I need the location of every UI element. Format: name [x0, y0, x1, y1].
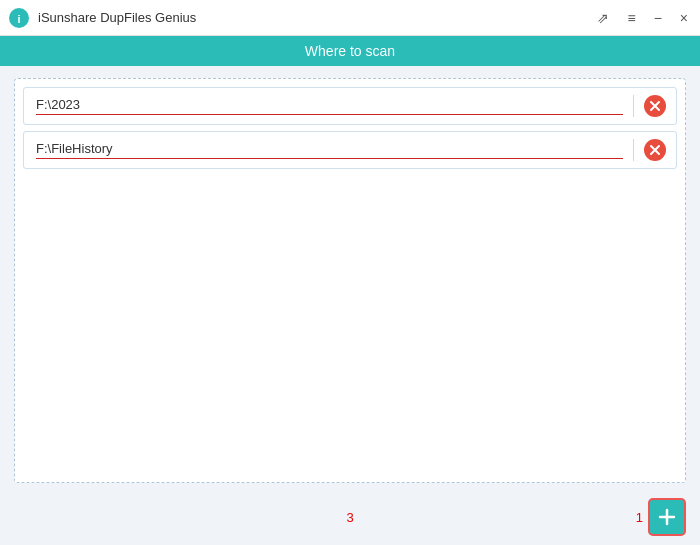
add-folder-button[interactable]: [648, 498, 686, 536]
main-content: F:\2023 2 F:\FileHistory: [0, 66, 700, 493]
folder-row: F:\2023 2: [23, 87, 677, 125]
scan-header-label: Where to scan: [305, 43, 395, 59]
close-icon: [649, 144, 661, 156]
scan-header: Where to scan: [0, 36, 700, 66]
folder-path-2: F:\FileHistory: [36, 141, 623, 159]
folder-row-divider-2: [633, 139, 634, 161]
menu-button[interactable]: ≡: [623, 9, 639, 27]
title-bar-controls: ⇗ ≡ − ×: [593, 9, 692, 27]
bottom-bar: 3 1: [0, 493, 700, 541]
scan-list-container: F:\2023 2 F:\FileHistory: [14, 78, 686, 483]
footer: Next: [0, 541, 700, 545]
remove-folder-1-button[interactable]: [644, 95, 666, 117]
annotation-3: 3: [346, 510, 353, 525]
annotation-1: 1: [636, 510, 643, 525]
title-bar: i iSunshare DupFiles Genius ⇗ ≡ − ×: [0, 0, 700, 36]
share-button[interactable]: ⇗: [593, 9, 613, 27]
minimize-button[interactable]: −: [650, 9, 666, 27]
folder-row: F:\FileHistory: [23, 131, 677, 169]
plus-icon: [656, 506, 678, 528]
app-title: iSunshare DupFiles Genius: [38, 10, 593, 25]
folder-path-1: F:\2023: [36, 97, 623, 115]
app-logo: i: [8, 7, 30, 29]
close-icon: [649, 100, 661, 112]
close-button[interactable]: ×: [676, 9, 692, 27]
svg-text:i: i: [17, 12, 20, 24]
folder-row-divider: [633, 95, 634, 117]
remove-folder-2-button[interactable]: [644, 139, 666, 161]
